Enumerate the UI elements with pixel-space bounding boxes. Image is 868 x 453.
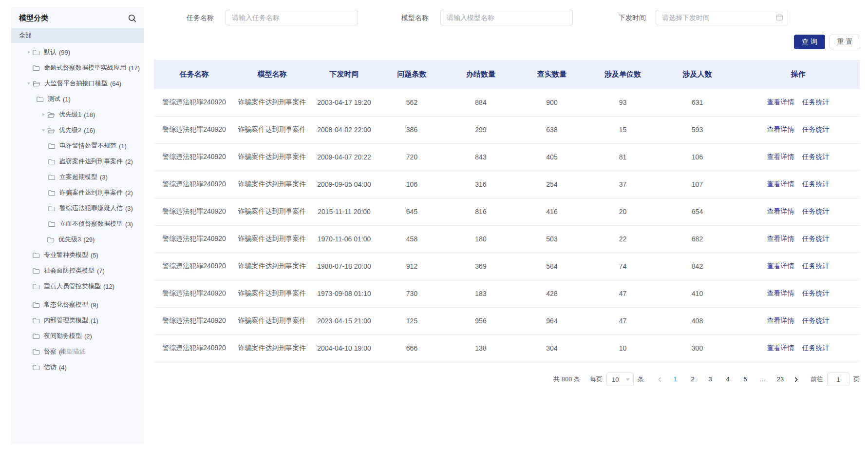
query-button[interactable]: 查询	[794, 35, 825, 49]
tree-item[interactable]: 夜间勤务模型 (2)	[11, 328, 144, 344]
category-tree: 默认 (99) 命题式督察数据模型实战应用 (17) 大监督平台抽接口模型 (6…	[11, 43, 144, 375]
tree-item[interactable]: 立案超期模型 (3)	[11, 169, 144, 185]
caret-placeholder	[25, 251, 33, 259]
model-name-input[interactable]	[440, 10, 573, 25]
cell-task-name: 警综违法犯罪240920	[154, 143, 234, 171]
task-stats-link[interactable]: 任务统计	[802, 262, 829, 270]
tree-item[interactable]: 命题式督察数据模型实战应用 (17)	[11, 60, 144, 76]
cell-people-count: 842	[658, 253, 736, 280]
page-size-select[interactable]: 10	[606, 373, 634, 386]
tree-item[interactable]: 优先级1 (18)	[11, 107, 144, 122]
cell-done-count: 369	[445, 253, 516, 280]
page-number[interactable]: 1	[667, 373, 683, 386]
tooltip-text: 模型描述	[60, 347, 86, 356]
tree-item[interactable]: 督察 (4 模型描述	[11, 344, 144, 359]
page-number[interactable]: 5	[737, 373, 753, 386]
tree-item-label: 默认	[44, 48, 57, 57]
tree-item[interactable]: 常态化督察模型 (9)	[11, 297, 144, 313]
task-stats-link[interactable]: 任务统计	[802, 316, 829, 324]
cell-verified-count: 304	[516, 335, 587, 362]
page-number[interactable]: 23	[773, 373, 788, 386]
tree-item[interactable]: 诈骗案件达到刑事案件 (2)	[11, 185, 144, 200]
cell-done-count: 956	[445, 307, 516, 335]
caret-placeholder	[25, 332, 33, 340]
tree-item[interactable]: 盗窃案件达到刑事案件 (2)	[11, 154, 144, 169]
table-row: 警综违法犯罪240920 诈骗案件达到刑事案件 1973-09-08 01:10…	[154, 280, 860, 307]
tree-item[interactable]: 电诈警情处置不规范 (1)	[11, 138, 144, 154]
table-row: 警综违法犯罪240920 诈骗案件达到刑事案件 2003-04-17 19:20…	[154, 89, 860, 116]
tree-item[interactable]: 大监督平台抽接口模型 (64)	[11, 76, 144, 91]
view-detail-link[interactable]: 查看详情	[767, 344, 794, 352]
view-detail-link[interactable]: 查看详情	[767, 262, 794, 270]
view-detail-link[interactable]: 查看详情	[767, 153, 794, 160]
reset-button[interactable]: 重置	[830, 35, 860, 49]
caret-placeholder	[25, 267, 33, 275]
view-detail-link[interactable]: 查看详情	[767, 316, 794, 324]
task-stats-link[interactable]: 任务统计	[802, 125, 829, 133]
cell-actions: 查看详情 任务统计	[736, 89, 860, 116]
tree-item[interactable]: 默认 (99)	[11, 44, 144, 60]
task-stats-link[interactable]: 任务统计	[802, 180, 829, 188]
page-number[interactable]: 3	[702, 373, 718, 386]
folder-closed-icon	[33, 252, 40, 258]
cell-unit-count: 22	[587, 225, 658, 253]
cell-issue-count: 912	[378, 253, 445, 280]
tree-item-count: (1)	[91, 317, 98, 324]
tree-item-label: 优先级1	[59, 110, 81, 119]
cell-issue-time: 2015-11-11 20:00	[310, 198, 378, 225]
tree-item[interactable]: 警综违法犯罪嫌疑人信 (3)	[11, 200, 144, 216]
cell-task-name: 警综违法犯罪240920	[154, 171, 234, 198]
column-header: 查实数量	[516, 60, 587, 89]
tree-item[interactable]: 专业警种类模型 (5)	[11, 247, 144, 263]
tree-item[interactable]: 重点人员管控类模型 (12)	[11, 278, 144, 294]
prev-page-button[interactable]	[653, 373, 666, 386]
folder-closed-icon	[33, 65, 40, 71]
tree-item[interactable]: 优先级2 (16)	[11, 122, 144, 138]
cell-verified-count: 405	[516, 143, 587, 171]
cell-actions: 查看详情 任务统计	[736, 198, 860, 225]
issue-time-input[interactable]	[656, 10, 788, 25]
table-row: 警综违法犯罪240920 诈骗案件达到刑事案件 2023-04-15 21:00…	[154, 307, 860, 335]
tree-item[interactable]: 优先级3 (29)	[11, 232, 144, 247]
model-name-label: 模型名称	[401, 10, 429, 25]
view-detail-link[interactable]: 查看详情	[767, 207, 794, 215]
page-number[interactable]: 2	[685, 373, 700, 386]
task-stats-link[interactable]: 任务统计	[802, 207, 829, 215]
cell-verified-count: 428	[516, 280, 587, 307]
cell-done-count: 884	[445, 89, 516, 116]
view-detail-link[interactable]: 查看详情	[767, 235, 794, 242]
cell-verified-count: 584	[516, 253, 587, 280]
cell-done-count: 299	[445, 116, 516, 143]
task-stats-link[interactable]: 任务统计	[802, 153, 829, 160]
issue-time-picker	[656, 10, 788, 25]
tree-item[interactable]: 测试 (1)	[11, 91, 144, 107]
page-number[interactable]: 4	[720, 373, 736, 386]
tree-item-count: (9)	[91, 301, 98, 309]
cell-model-name: 诈骗案件达到刑事案件	[234, 280, 310, 307]
task-stats-link[interactable]: 任务统计	[802, 235, 829, 242]
view-detail-link[interactable]: 查看详情	[767, 125, 794, 133]
task-stats-link[interactable]: 任务统计	[802, 289, 829, 297]
cell-verified-count: 503	[516, 225, 587, 253]
view-detail-link[interactable]: 查看详情	[767, 98, 794, 106]
tree-item-label: 优先级2	[59, 126, 81, 135]
column-header: 任务名称	[154, 60, 234, 89]
chevron-down-icon	[626, 378, 630, 381]
tree-item-count: (12)	[103, 283, 114, 290]
task-name-input[interactable]	[226, 10, 358, 25]
tree-item[interactable]: 内部管理类模型 (1)	[11, 313, 144, 328]
view-detail-link[interactable]: 查看详情	[767, 289, 794, 297]
next-page-button[interactable]	[789, 373, 803, 386]
task-stats-link[interactable]: 任务统计	[802, 344, 829, 352]
tree-item[interactable]: 信访 (4)	[11, 359, 144, 375]
goto-page-input[interactable]	[827, 373, 849, 386]
tree-item-label: 诈骗案件达到刑事案件	[59, 188, 123, 197]
search-icon[interactable]	[128, 14, 136, 22]
tree-item-all[interactable]: 全部	[11, 28, 144, 43]
caret-right-icon	[25, 48, 33, 56]
task-stats-link[interactable]: 任务统计	[802, 98, 829, 106]
tree-item[interactable]: 立而不侦督察数据模型 (3)	[11, 216, 144, 232]
tree-item[interactable]: 社会面防控类模型 (7)	[11, 263, 144, 278]
view-detail-link[interactable]: 查看详情	[767, 180, 794, 188]
caret-placeholder	[40, 158, 48, 165]
